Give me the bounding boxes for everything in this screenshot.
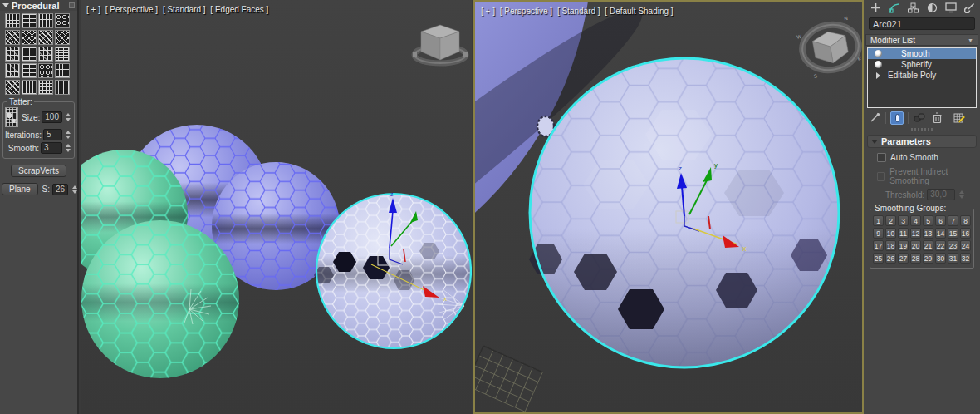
smoothing-group-button[interactable]: 20 — [910, 240, 921, 251]
modifier-stack-row-editable-poly[interactable]: Editable Poly — [868, 70, 976, 81]
prevent-indirect-smoothing-checkbox[interactable] — [877, 172, 885, 181]
modifier-stack-row-smooth[interactable]: Smooth — [868, 48, 976, 59]
auto-smooth-checkbox[interactable] — [877, 153, 886, 162]
smoothing-group-button[interactable]: 28 — [910, 253, 921, 264]
viewport-menu-shading[interactable]: [ Default Shading ] — [605, 7, 673, 16]
pattern-thumbnail[interactable] — [5, 63, 20, 78]
smoothing-group-button[interactable]: 3 — [898, 215, 909, 226]
pattern-thumbnail[interactable] — [22, 13, 37, 28]
modifier-list-dropdown[interactable]: Modifier List ▼ — [865, 34, 978, 46]
smoothing-group-button[interactable]: 7 — [948, 215, 958, 226]
viewport-right-scene[interactable]: z y x — [475, 2, 862, 412]
utilities-tab-icon[interactable] — [964, 2, 975, 14]
threshold-spinner[interactable] — [958, 190, 966, 200]
smoothing-group-button[interactable]: 12 — [910, 228, 921, 239]
viewport-menu-pov[interactable]: [ Perspective ] — [105, 5, 158, 14]
pattern-thumbnail[interactable] — [38, 47, 53, 62]
configure-modifier-sets-icon[interactable] — [953, 111, 966, 125]
smoothing-group-button[interactable]: 11 — [898, 228, 909, 239]
smoothing-group-button[interactable]: 2 — [885, 215, 896, 226]
smoothing-group-button[interactable]: 1 — [873, 215, 884, 226]
pattern-thumbnail[interactable] — [5, 30, 20, 45]
viewport-right[interactable]: z y x — [473, 0, 864, 414]
pattern-thumbnail[interactable] — [22, 63, 37, 78]
modify-tab-icon[interactable] — [889, 2, 900, 14]
viewport-left[interactable]: z x [ + ] [ Perspective ] [ — [81, 0, 472, 414]
show-end-result-icon[interactable] — [890, 111, 904, 125]
pattern-thumbnail[interactable] — [38, 30, 53, 45]
tatter-pattern-thumbnail[interactable] — [5, 107, 18, 127]
smoothing-group-button[interactable]: 4 — [910, 215, 921, 226]
make-unique-icon[interactable] — [913, 111, 926, 125]
viewcube[interactable] — [413, 25, 468, 63]
object-name-field[interactable] — [869, 17, 975, 30]
smoothing-group-button[interactable]: 22 — [935, 240, 946, 251]
expand-arrow-icon[interactable] — [868, 72, 888, 79]
smoothing-group-button[interactable]: 8 — [960, 215, 971, 226]
smooth-field[interactable]: 3 — [41, 142, 62, 154]
pattern-thumbnail[interactable] — [22, 80, 37, 95]
viewport-left-scene[interactable]: z x — [81, 0, 472, 414]
smooth-spinner[interactable] — [64, 143, 72, 153]
pattern-thumbnail[interactable] — [55, 47, 70, 62]
parameters-rollout-header[interactable]: Parameters — [867, 135, 977, 148]
scrapverts-button[interactable]: ScrapVerts — [11, 165, 66, 177]
viewport-menu-renderer[interactable]: [ Standard ] — [557, 7, 600, 16]
visibility-icon[interactable] — [868, 61, 888, 68]
pattern-thumbnail[interactable] — [22, 30, 37, 45]
display-tab-icon[interactable] — [945, 2, 957, 14]
smoothing-group-button[interactable]: 18 — [885, 240, 896, 251]
smoothing-group-button[interactable]: 21 — [923, 240, 933, 251]
viewport-menu-renderer[interactable]: [ Standard ] — [163, 5, 206, 14]
hierarchy-tab-icon[interactable] — [908, 2, 919, 14]
pin-stack-icon[interactable] — [868, 111, 881, 125]
smoothing-group-button[interactable]: 25 — [873, 253, 884, 264]
pattern-thumbnail[interactable] — [38, 63, 53, 78]
viewport-menu-shading[interactable]: [ Edged Faces ] — [210, 5, 268, 14]
viewport-menu-pov[interactable]: [ Perspective ] — [500, 7, 552, 16]
plane-button[interactable]: Plane — [2, 183, 38, 195]
size-spinner[interactable] — [64, 112, 72, 122]
procedural-rollout-header[interactable]: Procedural — [0, 0, 77, 11]
smoothing-group-button[interactable]: 9 — [873, 228, 884, 239]
pattern-thumbnail[interactable] — [5, 13, 20, 28]
s-spinner[interactable] — [71, 185, 79, 195]
pattern-thumbnail[interactable] — [38, 13, 53, 28]
viewcube[interactable]: NWSE — [795, 15, 862, 81]
smoothing-group-button[interactable]: 15 — [948, 228, 958, 239]
smoothing-group-button[interactable]: 26 — [885, 253, 896, 264]
pattern-thumbnail[interactable] — [55, 80, 70, 95]
smoothing-group-button[interactable]: 32 — [960, 253, 971, 264]
remove-modifier-icon[interactable] — [930, 111, 943, 125]
smoothing-group-button[interactable]: 10 — [885, 228, 896, 239]
size-field[interactable]: 100 — [42, 111, 62, 123]
smoothing-group-button[interactable]: 24 — [960, 240, 971, 251]
iterations-spinner[interactable] — [64, 130, 72, 140]
smoothing-group-button[interactable]: 13 — [923, 228, 933, 239]
panel-menu-icon[interactable] — [69, 2, 75, 8]
smoothing-group-button[interactable]: 16 — [960, 228, 971, 239]
modifier-stack-row-spherify[interactable]: Spherify — [868, 59, 976, 70]
viewport-menu-general[interactable]: [ + ] — [481, 7, 495, 16]
smoothing-group-button[interactable]: 27 — [898, 253, 909, 264]
smoothing-group-button[interactable]: 31 — [948, 253, 958, 264]
smoothing-group-button[interactable]: 29 — [923, 253, 933, 264]
create-tab-icon[interactable] — [870, 2, 881, 14]
pattern-thumbnail[interactable] — [38, 80, 53, 95]
pattern-thumbnail[interactable] — [5, 80, 20, 95]
motion-tab-icon[interactable] — [927, 2, 938, 14]
smoothing-group-button[interactable]: 5 — [923, 215, 933, 226]
smoothing-group-button[interactable]: 30 — [935, 253, 946, 264]
smoothing-group-button[interactable]: 6 — [935, 215, 946, 226]
viewport-menu-general[interactable]: [ + ] — [86, 5, 100, 14]
pattern-thumbnail[interactable] — [5, 47, 20, 62]
pattern-thumbnail[interactable] — [55, 63, 70, 78]
smoothing-group-button[interactable]: 19 — [898, 240, 909, 251]
smoothing-group-button[interactable]: 23 — [948, 240, 958, 251]
pattern-thumbnail[interactable] — [55, 13, 70, 28]
threshold-field[interactable]: 30,0 — [927, 189, 955, 200]
iterations-field[interactable]: 5 — [43, 129, 62, 140]
visibility-icon[interactable] — [868, 50, 888, 57]
pattern-thumbnail[interactable] — [22, 47, 37, 62]
s-field[interactable]: 26 — [52, 184, 68, 195]
